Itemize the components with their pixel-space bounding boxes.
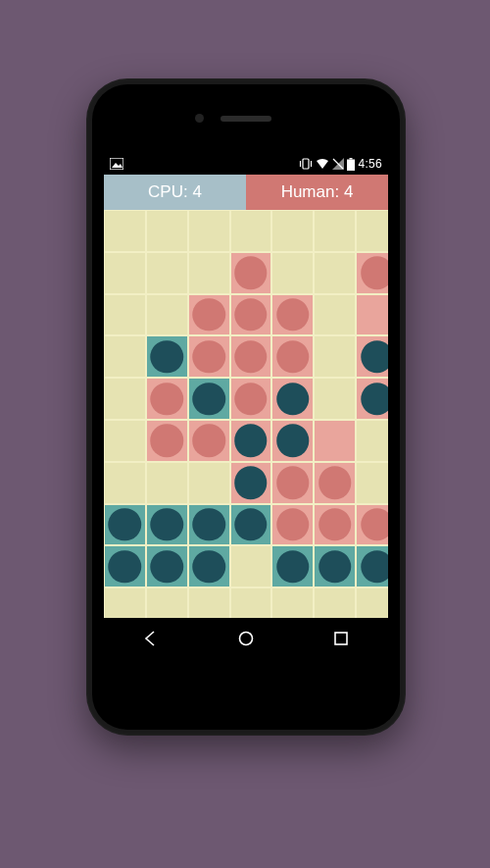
board-cell[interactable] bbox=[230, 420, 272, 462]
board-cell[interactable] bbox=[314, 462, 356, 504]
board-cell[interactable] bbox=[356, 335, 388, 378]
game-disc bbox=[109, 550, 141, 583]
recent-button[interactable] bbox=[332, 630, 350, 647]
board-cell[interactable] bbox=[230, 294, 272, 336]
board-cell[interactable] bbox=[146, 420, 188, 462]
board-cell[interactable] bbox=[314, 504, 356, 546]
board-cell[interactable] bbox=[188, 210, 230, 252]
board-cell[interactable] bbox=[188, 378, 230, 420]
status-bar: 4:56 bbox=[104, 153, 388, 175]
svg-marker-1 bbox=[112, 163, 122, 168]
board-cell[interactable] bbox=[314, 252, 356, 294]
home-button[interactable] bbox=[237, 630, 255, 647]
game-disc bbox=[192, 550, 225, 583]
game-disc bbox=[192, 340, 225, 373]
game-disc bbox=[234, 383, 268, 415]
board-cell[interactable] bbox=[314, 378, 356, 420]
board-cell[interactable] bbox=[188, 294, 230, 336]
battery-icon bbox=[347, 158, 355, 171]
game-disc bbox=[276, 466, 310, 498]
board-cell[interactable] bbox=[314, 294, 356, 336]
board-cell[interactable] bbox=[356, 252, 388, 294]
svg-rect-9 bbox=[347, 159, 355, 171]
board-cell[interactable] bbox=[104, 335, 146, 378]
svg-rect-11 bbox=[335, 633, 347, 644]
board-cell[interactable] bbox=[314, 545, 356, 587]
game-disc bbox=[192, 425, 225, 457]
board-cell[interactable] bbox=[230, 504, 272, 546]
board-cell[interactable] bbox=[230, 378, 272, 420]
board-cell[interactable] bbox=[146, 378, 188, 420]
board-cell[interactable] bbox=[104, 378, 146, 420]
board-cell[interactable] bbox=[356, 294, 388, 336]
board-cell[interactable] bbox=[104, 462, 146, 504]
cpu-score: CPU: 4 bbox=[104, 175, 246, 210]
game-disc bbox=[151, 425, 184, 457]
game-disc bbox=[318, 508, 352, 540]
board-cell[interactable] bbox=[188, 462, 230, 504]
board-cell[interactable] bbox=[188, 252, 230, 294]
board-cell[interactable] bbox=[314, 210, 356, 252]
board-cell[interactable] bbox=[356, 462, 388, 504]
game-disc bbox=[234, 340, 268, 373]
game-disc bbox=[318, 466, 352, 498]
board-cell[interactable] bbox=[230, 545, 272, 587]
game-disc bbox=[192, 383, 225, 415]
game-disc bbox=[151, 508, 184, 540]
board-cell[interactable] bbox=[104, 252, 146, 294]
board-cell[interactable] bbox=[356, 545, 388, 587]
board-cell[interactable] bbox=[230, 335, 272, 378]
game-disc bbox=[361, 550, 388, 583]
game-disc bbox=[276, 425, 310, 457]
board-cell[interactable] bbox=[271, 252, 314, 294]
board-cell[interactable] bbox=[188, 420, 230, 462]
board-cell[interactable] bbox=[271, 210, 314, 252]
game-disc bbox=[318, 550, 352, 583]
board-cell[interactable] bbox=[356, 504, 388, 546]
back-button[interactable] bbox=[142, 630, 160, 647]
board-cell[interactable] bbox=[188, 504, 230, 546]
board-cell[interactable] bbox=[146, 545, 188, 587]
board-cell[interactable] bbox=[356, 420, 388, 462]
game-disc bbox=[276, 383, 310, 415]
board-cell[interactable] bbox=[230, 210, 272, 252]
board-cell[interactable] bbox=[146, 294, 188, 336]
android-nav-bar bbox=[104, 618, 388, 659]
phone-frame: 4:56 CPU: 4 Human: 4 bbox=[86, 78, 406, 736]
status-bar-right: 4:56 bbox=[299, 157, 382, 171]
game-disc bbox=[151, 340, 184, 373]
board-cell[interactable] bbox=[314, 335, 356, 378]
board-cell[interactable] bbox=[146, 210, 188, 252]
board-cell[interactable] bbox=[104, 210, 146, 252]
board-cell[interactable] bbox=[146, 504, 188, 546]
board-cell[interactable] bbox=[356, 210, 388, 252]
game-disc bbox=[109, 508, 141, 540]
board-cell[interactable] bbox=[146, 462, 188, 504]
game-disc bbox=[361, 340, 388, 373]
board-cell[interactable] bbox=[104, 545, 146, 587]
wifi-icon bbox=[316, 158, 329, 170]
board-cell[interactable] bbox=[314, 420, 356, 462]
board-cell[interactable] bbox=[146, 335, 188, 378]
board-cell[interactable] bbox=[271, 420, 314, 462]
board-cell[interactable] bbox=[104, 294, 146, 336]
game-disc bbox=[234, 466, 268, 498]
board-cell[interactable] bbox=[104, 420, 146, 462]
board-cell[interactable] bbox=[356, 378, 388, 420]
game-disc bbox=[192, 508, 225, 540]
game-disc bbox=[234, 298, 268, 331]
vibrate-icon bbox=[299, 158, 313, 170]
board-cell[interactable] bbox=[271, 335, 314, 378]
board-cell[interactable] bbox=[146, 252, 188, 294]
board-cell[interactable] bbox=[271, 462, 314, 504]
board-cell[interactable] bbox=[230, 462, 272, 504]
board-cell[interactable] bbox=[271, 504, 314, 546]
board-cell[interactable] bbox=[271, 545, 314, 587]
board-cell[interactable] bbox=[188, 545, 230, 587]
board-cell[interactable] bbox=[188, 335, 230, 378]
game-disc bbox=[192, 298, 225, 331]
board-cell[interactable] bbox=[230, 252, 272, 294]
board-cell[interactable] bbox=[104, 504, 146, 546]
board-cell[interactable] bbox=[271, 294, 314, 336]
board-cell[interactable] bbox=[271, 378, 314, 420]
